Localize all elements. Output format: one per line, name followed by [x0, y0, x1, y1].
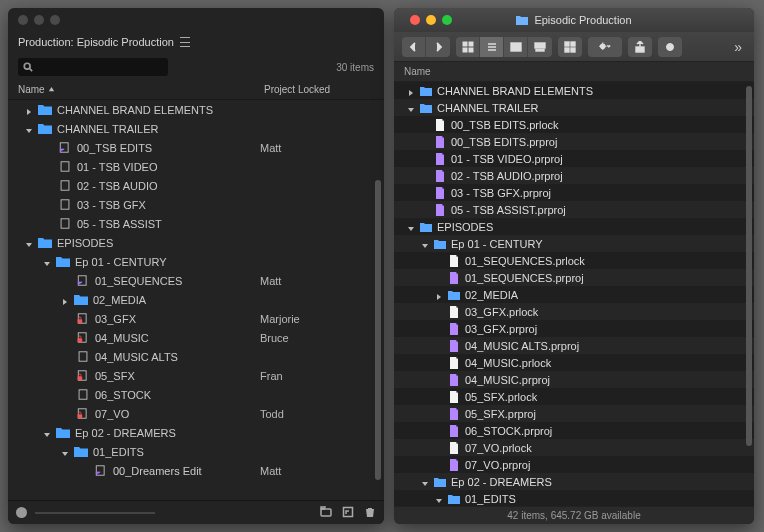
disclosure-right-icon[interactable]: [407, 87, 415, 95]
share-button[interactable]: [628, 37, 652, 57]
project-tree[interactable]: CHANNEL BRAND ELEMENTSCHANNEL TRAILER00_…: [8, 100, 384, 500]
zoom-dot-icon[interactable]: [442, 15, 452, 25]
group-by-button[interactable]: [558, 37, 582, 57]
file-row[interactable]: CHANNEL BRAND ELEMENTS: [394, 82, 754, 99]
disclosure-down-icon[interactable]: [25, 239, 33, 247]
tree-row[interactable]: 01_SEQUENCESMatt: [8, 271, 384, 290]
file-label: EPISODES: [437, 221, 493, 233]
disclosure-down-icon[interactable]: [25, 125, 33, 133]
tree-row[interactable]: CHANNEL BRAND ELEMENTS: [8, 100, 384, 119]
tree-row[interactable]: 05 - TSB ASSIST: [8, 214, 384, 233]
file-row[interactable]: 05_SFX.prproj: [394, 405, 754, 422]
tree-row[interactable]: Ep 02 - DREAMERS: [8, 423, 384, 442]
column-headers[interactable]: Name Project Locked: [8, 78, 384, 100]
column-view-button[interactable]: [504, 37, 528, 57]
file-row[interactable]: 04_MUSIC ALTS.prproj: [394, 337, 754, 354]
svg-rect-5: [61, 200, 69, 209]
file-row[interactable]: 02_MEDIA: [394, 286, 754, 303]
svg-rect-38: [571, 48, 575, 52]
tree-row[interactable]: 00_Dreamers EditMatt: [8, 461, 384, 480]
locked-by: Fran: [260, 370, 370, 382]
file-row[interactable]: CHANNEL TRAILER: [394, 99, 754, 116]
file-row[interactable]: 00_TSB EDITS.prlock: [394, 116, 754, 133]
file-row[interactable]: 06_STOCK.prproj: [394, 422, 754, 439]
file-row[interactable]: 04_MUSIC.prproj: [394, 371, 754, 388]
icon-view-button[interactable]: [456, 37, 480, 57]
scrollbar-thumb[interactable]: [375, 180, 381, 480]
disclosure-down-icon[interactable]: [61, 448, 69, 456]
prlock-file-icon: [448, 255, 460, 267]
minimize-dot-icon[interactable]: [426, 15, 436, 25]
tags-button[interactable]: [658, 37, 682, 57]
file-row[interactable]: 07_VO.prlock: [394, 439, 754, 456]
minimize-dot-icon[interactable]: [34, 15, 44, 25]
trash-icon[interactable]: [364, 506, 376, 518]
file-row[interactable]: 01_SEQUENCES.prproj: [394, 269, 754, 286]
svg-rect-36: [571, 42, 575, 46]
file-row[interactable]: 01_SEQUENCES.prlock: [394, 252, 754, 269]
close-dot-icon[interactable]: [18, 15, 28, 25]
back-button[interactable]: [402, 37, 426, 57]
close-dot-icon[interactable]: [410, 15, 420, 25]
project-locked-icon: [76, 313, 90, 324]
scrollbar-thumb[interactable]: [746, 86, 752, 446]
forward-button[interactable]: [426, 37, 450, 57]
file-row[interactable]: 05 - TSB ASSIST.prproj: [394, 201, 754, 218]
file-row[interactable]: 03 - TSB GFX.prproj: [394, 184, 754, 201]
panel-menu-icon[interactable]: [180, 37, 190, 47]
disclosure-right-icon[interactable]: [61, 296, 69, 304]
tree-row[interactable]: 03 - TSB GFX: [8, 195, 384, 214]
file-row[interactable]: 02 - TSB AUDIO.prproj: [394, 167, 754, 184]
file-row[interactable]: 01 - TSB VIDEO.prproj: [394, 150, 754, 167]
action-menu-button[interactable]: [588, 37, 622, 57]
tree-row[interactable]: 01_EDITS: [8, 442, 384, 461]
tree-row[interactable]: 02_MEDIA: [8, 290, 384, 309]
svg-line-1: [30, 69, 33, 72]
list-view-button[interactable]: [480, 37, 504, 57]
new-item-icon[interactable]: [342, 506, 354, 518]
tree-row[interactable]: 04_MUSIC ALTS: [8, 347, 384, 366]
file-row[interactable]: 04_MUSIC.prlock: [394, 354, 754, 371]
zoom-dot-icon[interactable]: [50, 15, 60, 25]
file-row[interactable]: Ep 02 - DREAMERS: [394, 473, 754, 490]
tree-row[interactable]: 07_VOTodd: [8, 404, 384, 423]
disclosure-down-icon[interactable]: [43, 258, 51, 266]
file-label: 05_SFX.prlock: [465, 391, 537, 403]
file-row[interactable]: EPISODES: [394, 218, 754, 235]
finder-column-header[interactable]: Name: [394, 62, 754, 82]
prproj-file-icon: [448, 459, 460, 471]
tree-row[interactable]: Ep 01 - CENTURY: [8, 252, 384, 271]
folder-icon: [420, 85, 432, 97]
overflow-chevron-icon[interactable]: »: [730, 39, 746, 55]
disclosure-down-icon[interactable]: [407, 223, 415, 231]
disclosure-down-icon[interactable]: [43, 429, 51, 437]
file-row[interactable]: 01_EDITS: [394, 490, 754, 506]
tree-row[interactable]: EPISODES: [8, 233, 384, 252]
file-list[interactable]: CHANNEL BRAND ELEMENTSCHANNEL TRAILER00_…: [394, 82, 754, 506]
tree-row[interactable]: 00_TSB EDITSMatt: [8, 138, 384, 157]
tree-row[interactable]: 04_MUSICBruce: [8, 328, 384, 347]
tree-row[interactable]: 06_STOCK: [8, 385, 384, 404]
gallery-view-button[interactable]: [528, 37, 552, 57]
tree-row[interactable]: 01 - TSB VIDEO: [8, 157, 384, 176]
file-row[interactable]: 03_GFX.prproj: [394, 320, 754, 337]
file-row[interactable]: Ep 01 - CENTURY: [394, 235, 754, 252]
file-row[interactable]: 03_GFX.prlock: [394, 303, 754, 320]
tree-row[interactable]: CHANNEL TRAILER: [8, 119, 384, 138]
disclosure-down-icon[interactable]: [421, 240, 429, 248]
disclosure-right-icon[interactable]: [25, 106, 33, 114]
zoom-slider[interactable]: [16, 507, 27, 518]
svg-rect-28: [511, 43, 521, 51]
file-row[interactable]: 07_VO.prproj: [394, 456, 754, 473]
tree-row[interactable]: 02 - TSB AUDIO: [8, 176, 384, 195]
disclosure-right-icon[interactable]: [435, 291, 443, 299]
search-input[interactable]: [18, 58, 168, 76]
disclosure-down-icon[interactable]: [407, 104, 415, 112]
tree-row[interactable]: 05_SFXFran: [8, 366, 384, 385]
disclosure-down-icon[interactable]: [421, 478, 429, 486]
tree-row[interactable]: 03_GFXMarjorie: [8, 309, 384, 328]
file-row[interactable]: 00_TSB EDITS.prproj: [394, 133, 754, 150]
file-row[interactable]: 05_SFX.prlock: [394, 388, 754, 405]
disclosure-down-icon[interactable]: [435, 495, 443, 503]
new-bin-icon[interactable]: [320, 506, 332, 518]
